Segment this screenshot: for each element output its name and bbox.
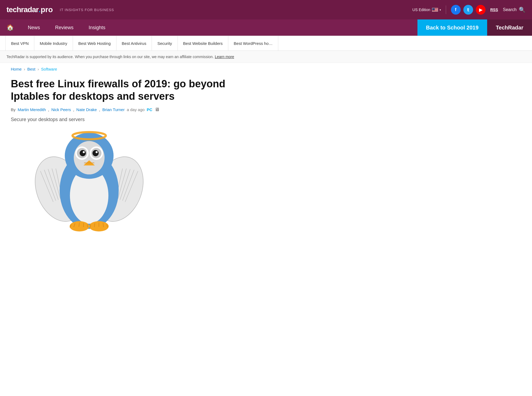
author-3[interactable]: Nate Drake [76, 107, 97, 112]
penguin-illustration [11, 130, 168, 233]
search-area[interactable]: Search 🔍 [503, 6, 526, 13]
secondary-nav-label-1: Mobile Industry [40, 41, 67, 46]
back-to-school-cta[interactable]: Back to School 2019 [417, 19, 487, 36]
secondary-nav-label-3: Best Antivirus [122, 41, 146, 46]
breadcrumb-sep-1: › [24, 67, 25, 71]
facebook-button[interactable]: f [451, 5, 461, 15]
monitor-icon: 🖥 [155, 107, 159, 112]
cta-label: Back to School 2019 [426, 25, 479, 31]
breadcrumb-sep-2: › [38, 67, 39, 71]
secondary-nav-best-wordpress[interactable]: Best WordPress ho… [228, 36, 278, 51]
breadcrumb-current: Software [41, 67, 57, 71]
site-header: techradar.pro IT INSIGHTS FOR BUSINESS U… [0, 0, 532, 19]
affiliate-text: TechRadar is supported by its audience. … [6, 55, 214, 59]
breadcrumb-best[interactable]: Best [27, 67, 35, 71]
logo-text-pro: pro [41, 5, 53, 14]
logo[interactable]: techradar.pro [6, 5, 53, 14]
author-4[interactable]: Brian Turner [102, 107, 125, 112]
secondary-nav-label-5: Best Website Builders [183, 41, 223, 46]
category-tag[interactable]: PC [147, 107, 152, 112]
svg-point-19 [83, 151, 85, 153]
secondary-nav-best-web-hosting[interactable]: Best Web Hosting [73, 36, 116, 51]
secondary-nav-label-2: Best Web Hosting [78, 41, 111, 46]
header-right: US Edition ▾ f 𝕥 ▶ RSS Search 🔍 [412, 5, 526, 15]
svg-point-22 [92, 150, 99, 156]
secondary-nav-label-0: Best VPN [11, 41, 29, 46]
article-title: Best free Linux firewalls of 2019: go be… [11, 78, 232, 102]
nav-home-button[interactable]: 🏠 [0, 19, 20, 36]
authors-prefix: By [11, 107, 16, 112]
article-subtitle: Secure your desktops and servers [11, 117, 232, 122]
search-label: Search [503, 7, 517, 12]
nav-reviews-label: Reviews [55, 25, 73, 31]
secondary-nav-best-vpn[interactable]: Best VPN [5, 36, 34, 51]
article-container: Best free Linux firewalls of 2019: go be… [0, 75, 243, 244]
secondary-nav-best-antivirus[interactable]: Best Antivirus [116, 36, 152, 51]
affiliate-notice: TechRadar is supported by its audience. … [0, 51, 532, 63]
article-meta: By Martin Meredith, Nick Peers, Nate Dra… [11, 107, 232, 112]
techradar-link[interactable]: TechRadar [487, 19, 532, 36]
learn-more-link[interactable]: Learn more [215, 55, 234, 59]
secondary-nav-best-website-builders[interactable]: Best Website Builders [178, 36, 228, 51]
techradar-label: TechRadar [496, 25, 523, 31]
timestamp: a day ago [127, 107, 145, 112]
secondary-nav-mobile-industry[interactable]: Mobile Industry [34, 36, 73, 51]
nav-insights-label: Insights [89, 25, 105, 31]
nav-news-label: News [28, 25, 40, 31]
nav-item-insights[interactable]: Insights [81, 19, 113, 36]
author-2[interactable]: Nick Peers [51, 107, 71, 112]
svg-point-23 [96, 151, 98, 153]
social-icons: f 𝕥 ▶ [451, 5, 486, 15]
twitter-button[interactable]: 𝕥 [463, 5, 473, 15]
divider [446, 5, 446, 14]
us-flag-icon [432, 8, 438, 12]
rss-link[interactable]: RSS [490, 8, 498, 12]
author-1[interactable]: Martin Meredith [18, 107, 46, 112]
article-hero-image [11, 130, 168, 233]
main-nav: 🏠 News Reviews Insights Back to School 2… [0, 19, 532, 36]
breadcrumb: Home › Best › Software [0, 63, 532, 75]
youtube-button[interactable]: ▶ [476, 5, 486, 15]
logo-text-main: techradar [6, 5, 39, 14]
nav-item-reviews[interactable]: Reviews [48, 19, 81, 36]
edition-label: US Edition [412, 8, 430, 12]
secondary-nav-label-6: Best WordPress ho… [234, 41, 273, 46]
secondary-nav: Best VPN Mobile Industry Best Web Hostin… [0, 36, 532, 51]
svg-point-18 [80, 150, 86, 156]
secondary-nav-security[interactable]: Security [152, 36, 178, 51]
nav-item-news[interactable]: News [20, 19, 48, 36]
edition-selector[interactable]: US Edition ▾ [412, 8, 441, 12]
logo-dot: . [39, 5, 41, 14]
search-icon: 🔍 [519, 6, 526, 13]
header-left: techradar.pro IT INSIGHTS FOR BUSINESS [6, 5, 114, 14]
breadcrumb-home[interactable]: Home [11, 67, 22, 71]
chevron-down-icon: ▾ [440, 8, 441, 11]
secondary-nav-label-4: Security [157, 41, 172, 46]
tagline: IT INSIGHTS FOR BUSINESS [60, 8, 114, 12]
nav-spacer [113, 19, 417, 36]
